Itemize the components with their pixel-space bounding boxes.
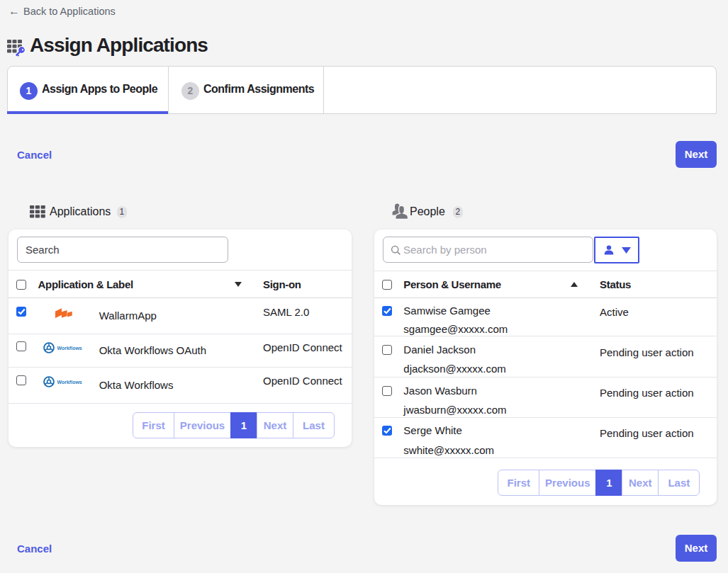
svg-text:Workflows: Workflows xyxy=(57,345,82,350)
svg-text:Workflows: Workflows xyxy=(57,380,82,385)
